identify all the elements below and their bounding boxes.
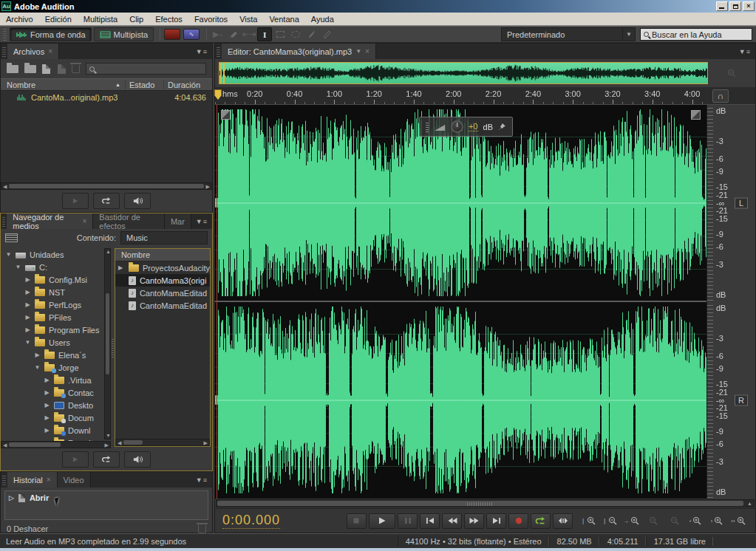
tree-item-jorge[interactable]: ▼Jorge [1, 361, 111, 374]
menu-favoritos[interactable]: Favoritos [188, 13, 234, 25]
import-file-button[interactable] [24, 65, 36, 73]
expand-closed-icon[interactable]: ▶ [34, 352, 41, 358]
pause-button[interactable] [398, 513, 418, 529]
scrollbar-thumb[interactable] [9, 442, 61, 447]
tree-item-deskto[interactable]: ▶Deskto [1, 399, 111, 411]
panel-grip[interactable] [2, 475, 6, 485]
stop-button[interactable] [347, 513, 367, 529]
tree-item-contac[interactable]: ▶Contac [1, 386, 111, 399]
razor-tool[interactable] [226, 27, 241, 41]
expand-open-icon[interactable]: ▼ [15, 264, 21, 270]
panel-grip[interactable] [217, 47, 220, 57]
new-file-button[interactable]: ▼ [42, 64, 52, 74]
pin-icon[interactable] [498, 123, 506, 131]
zoom-to-out-point-button[interactable]: › [708, 513, 726, 528]
waveform-view-button[interactable]: Forma de onda [10, 27, 92, 41]
playhead-line[interactable] [217, 105, 217, 499]
navigator-left-handle[interactable] [220, 63, 225, 83]
channel-badge-r[interactable]: R [735, 394, 748, 405]
expand-closed-icon[interactable]: ▶ [24, 301, 31, 308]
skip-end-button[interactable] [486, 513, 506, 529]
panel-grip[interactable] [2, 216, 5, 227]
menu-efectos[interactable]: Efectos [149, 13, 188, 25]
close-icon[interactable]: × [82, 217, 86, 225]
tab-mar[interactable]: Mar [165, 213, 191, 229]
move-tool[interactable]: ▶₊ [211, 27, 225, 41]
panel-menu-icon[interactable]: ▼≡ [191, 213, 212, 229]
expand-closed-icon[interactable]: ▶ [24, 276, 31, 283]
fade-in-handle[interactable] [221, 110, 231, 120]
menu-vista[interactable]: Vista [234, 13, 263, 25]
files-autoplay-button[interactable] [124, 193, 151, 209]
open-file-button[interactable] [7, 65, 18, 73]
files-loop-button[interactable] [93, 193, 120, 209]
scroll-right-icon[interactable]: ▶ [204, 440, 208, 446]
fast-forward-button[interactable] [464, 513, 484, 529]
zoom-navigator[interactable] [219, 62, 708, 84]
loop-button[interactable] [531, 513, 551, 529]
marquee-selection-tool[interactable] [273, 27, 287, 41]
tree-item-perflogs[interactable]: ▶PerfLogs [1, 298, 111, 311]
tab-historial[interactable]: Historial× [7, 472, 58, 487]
media-autoplay-button[interactable] [124, 451, 151, 468]
expand-open-icon[interactable]: ▼ [24, 339, 31, 346]
close-icon[interactable]: × [48, 47, 52, 55]
scroll-left-icon[interactable]: ◀ [3, 184, 7, 190]
tree-item-downl[interactable]: ▶Downl [1, 424, 111, 437]
minimize-button[interactable] [716, 1, 728, 11]
scrollbar-thumb[interactable] [123, 440, 143, 445]
channel-right-waveform[interactable] [215, 302, 706, 498]
waveform-display[interactable]: +0 dB dBdB-3-3-6-6-9-9-15-15-21-21-∞LdBd… [215, 105, 755, 499]
tab-navegador-de-medios[interactable]: Navegador de medios× [7, 213, 93, 229]
scroll-down-icon[interactable]: ▼ [106, 433, 111, 438]
column-nombre[interactable]: Nombre [7, 81, 35, 89]
tree-item-docum[interactable]: ▶Docum [1, 411, 111, 424]
zoom-in-amplitude-button[interactable]: ❘ [579, 513, 598, 528]
tree-item-elena-s[interactable]: ▶Elena´s [1, 349, 111, 361]
paintbrush-tool[interactable] [304, 27, 319, 41]
chevron-down-icon[interactable]: ▼ [355, 48, 361, 55]
panel-grip[interactable] [2, 47, 6, 57]
spectral-pitch-button[interactable]: ∿ [183, 29, 200, 40]
media-loop-button[interactable] [93, 451, 120, 468]
expand-closed-icon[interactable]: ▶ [44, 427, 50, 434]
spectral-frequency-button[interactable] [164, 29, 180, 40]
scroll-left-icon[interactable]: ◀ [3, 442, 7, 448]
scroll-right-icon[interactable]: ▶ [206, 184, 210, 190]
file-row[interactable]: CantoMa...original).mp34:04.636 [1, 91, 212, 103]
expand-closed-icon[interactable]: ▶ [44, 414, 50, 421]
content-dropdown[interactable]: Music [120, 231, 208, 244]
menu-archivo[interactable]: Archivo [0, 13, 39, 25]
toolbar-grip[interactable] [3, 28, 7, 41]
close-icon[interactable]: × [47, 476, 51, 484]
menu-edición[interactable]: Edición [39, 13, 78, 25]
tree-item-users[interactable]: ▼Users [1, 336, 111, 349]
scroll-right-icon[interactable]: ▶ [105, 442, 109, 448]
zoom-in-time-button[interactable]: → [622, 513, 641, 528]
scroll-left-icon[interactable]: ◀ [118, 440, 121, 446]
tab-editor[interactable]: Editor: CantoMama3(original).mp3 ▼ × [222, 44, 376, 59]
clear-history-button[interactable] [198, 525, 206, 533]
delete-file-button[interactable] [72, 65, 80, 73]
playhead-marker[interactable] [214, 89, 222, 100]
multitrack-view-button[interactable]: Multipista [94, 27, 154, 41]
column-duracion[interactable]: Duración [163, 81, 212, 89]
overview-waveform[interactable] [219, 63, 707, 83]
scrollbar-thumb[interactable] [217, 501, 743, 506]
volume-hud[interactable]: +0 dB [419, 117, 513, 137]
expand-open-icon[interactable]: ▼ [34, 364, 41, 371]
menu-clip[interactable]: Clip [123, 13, 149, 25]
volume-knob[interactable] [451, 120, 463, 133]
list-header-nombre[interactable]: Nombre [121, 250, 150, 259]
hud-grip[interactable] [426, 121, 429, 132]
zoom-out-time-button[interactable] [644, 513, 662, 528]
tree-item-config-msi[interactable]: ▶Config.Msi [1, 273, 111, 286]
panel-menu-icon[interactable]: ▼≡ [735, 44, 755, 59]
expand-closed-icon[interactable]: ▶ [44, 377, 50, 383]
panel-menu-icon[interactable]: ▼≡ [191, 472, 212, 487]
scroll-up-icon[interactable]: ▲ [106, 249, 111, 254]
expand-closed-icon[interactable]: ▶ [24, 289, 31, 295]
close-button[interactable]: × [743, 1, 755, 11]
zoom-out-full-button[interactable] [665, 513, 684, 528]
files-search-input[interactable] [86, 63, 206, 75]
